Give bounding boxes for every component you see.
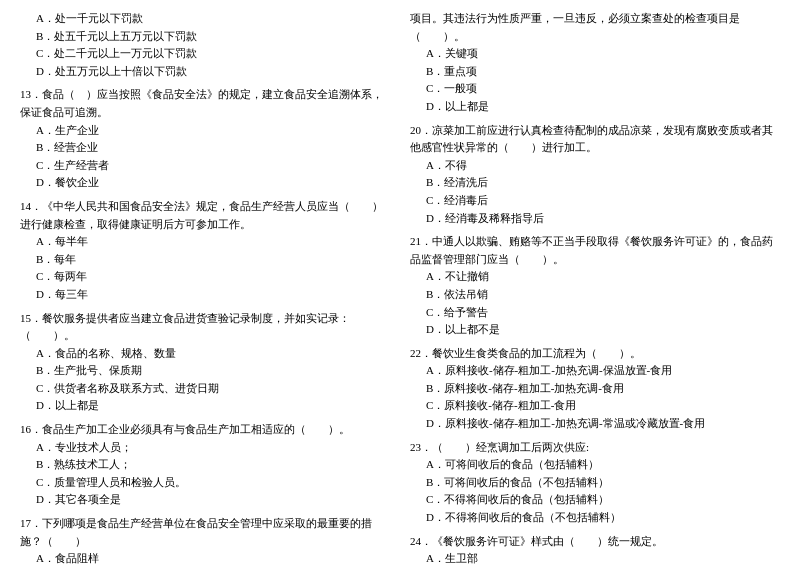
option: A．食品阻样 xyxy=(36,550,390,565)
question-text: 24．《餐饮服务许可证》样式由（ ）统一规定。 xyxy=(410,533,780,551)
question-block: 23．（ ）经烹调加工后两次供应:A．可将间收后的食品（包括辅料）B．可将间收后… xyxy=(410,439,780,527)
option: D．以上都不是 xyxy=(426,321,780,339)
option: D．原料接收-储存-粗加工-加热充调-常温或冷藏放置-食用 xyxy=(426,415,780,433)
option: A．专业技术人员； xyxy=(36,439,390,457)
option: C．一般项 xyxy=(426,80,780,98)
option: A．不得 xyxy=(426,157,780,175)
question-text: 14．《中华人民共和国食品安全法》规定，食品生产经营人员应当（ ）进行健康检查，… xyxy=(20,198,390,233)
option: A．不让撤销 xyxy=(426,268,780,286)
option: B．可将间收后的食品（不包括辅料） xyxy=(426,474,780,492)
option: C．经消毒后 xyxy=(426,192,780,210)
question-block: 20．凉菜加工前应进行认真检查待配制的成品凉菜，发现有腐败变质或者其他感官性状异… xyxy=(410,122,780,228)
right-column: 项目。其违法行为性质严重，一旦违反，必须立案查处的检查项目是（ ）。A．关键项B… xyxy=(410,10,780,565)
question-block: 24．《餐饮服务许可证》样式由（ ）统一规定。A．生卫部B．国家食品药品监督管理… xyxy=(410,533,780,565)
option: C．生产经营者 xyxy=(36,157,390,175)
option: A．生卫部 xyxy=(426,550,780,565)
question-text: 21．中通人以欺骗、贿赂等不正当手段取得《餐饮服务许可证》的，食品药品监督管理部… xyxy=(410,233,780,268)
option: A．每半年 xyxy=(36,233,390,251)
option: D．经消毒及稀释指导后 xyxy=(426,210,780,228)
option: C．质量管理人员和检验人员。 xyxy=(36,474,390,492)
question-block: 15．餐饮服务提供者应当建立食品进货查验记录制度，并如实记录：（ ）。A．食品的… xyxy=(20,310,390,416)
question-block: 22．餐饮业生食类食品的加工流程为（ ）。A．原料接收-储存-粗加工-加热充调-… xyxy=(410,345,780,433)
question-text: 20．凉菜加工前应进行认真检查待配制的成品凉菜，发现有腐败变质或者其他感官性状异… xyxy=(410,122,780,157)
option: B．原料接收-储存-粗加工-加热充调-食用 xyxy=(426,380,780,398)
question-text: 15．餐饮服务提供者应当建立食品进货查验记录制度，并如实记录：（ ）。 xyxy=(20,310,390,345)
option: D．餐饮企业 xyxy=(36,174,390,192)
question-text: 22．餐饮业生食类食品的加工流程为（ ）。 xyxy=(410,345,780,363)
option: D．不得将间收后的食品（不包括辅料） xyxy=(426,509,780,527)
option: D．以上都是 xyxy=(426,98,780,116)
question-block: 14．《中华人民共和国食品安全法》规定，食品生产经营人员应当（ ）进行健康检查，… xyxy=(20,198,390,304)
option: C．供货者名称及联系方式、进货日期 xyxy=(36,380,390,398)
option: C．不得将间收后的食品（包括辅料） xyxy=(426,491,780,509)
option: B．每年 xyxy=(36,251,390,269)
option: A．处一千元以下罚款 xyxy=(36,10,390,28)
question-text: 17．下列哪项是食品生产经营单位在食品安全管理中应采取的最重要的措施？（ ） xyxy=(20,515,390,550)
option: B．处五千元以上五万元以下罚款 xyxy=(36,28,390,46)
question-text: 23．（ ）经烹调加工后两次供应: xyxy=(410,439,780,457)
question-block: 项目。其违法行为性质严重，一旦违反，必须立案查处的检查项目是（ ）。A．关键项B… xyxy=(410,10,780,116)
question-text: 13．食品（ ）应当按照《食品安全法》的规定，建立食品安全追溯体系，保证食品可追… xyxy=(20,86,390,121)
option: C．处二千元以上一万元以下罚款 xyxy=(36,45,390,63)
page-content: A．处一千元以下罚款B．处五千元以上五万元以下罚款C．处二千元以上一万元以下罚款… xyxy=(20,10,780,565)
question-block: 16．食品生产加工企业必须具有与食品生产加工相适应的（ ）。A．专业技术人员；B… xyxy=(20,421,390,509)
option: B．熟练技术工人； xyxy=(36,456,390,474)
option: B．生产批号、保质期 xyxy=(36,362,390,380)
question-block: 17．下列哪项是食品生产经营单位在食品安全管理中应采取的最重要的措施？（ ）A．… xyxy=(20,515,390,565)
question-continuation: 项目。其违法行为性质严重，一旦违反，必须立案查处的检查项目是（ ）。 xyxy=(410,10,780,45)
option: C．给予警告 xyxy=(426,304,780,322)
option: C．原料接收-储存-粗加工-食用 xyxy=(426,397,780,415)
option: A．原料接收-储存-粗加工-加热充调-保温放置-食用 xyxy=(426,362,780,380)
option: A．食品的名称、规格、数量 xyxy=(36,345,390,363)
option: D．其它各项全是 xyxy=(36,491,390,509)
option: A．可将间收后的食品（包括辅料） xyxy=(426,456,780,474)
question-block: A．处一千元以下罚款B．处五千元以上五万元以下罚款C．处二千元以上一万元以下罚款… xyxy=(20,10,390,80)
question-block: 21．中通人以欺骗、贿赂等不正当手段取得《餐饮服务许可证》的，食品药品监督管理部… xyxy=(410,233,780,339)
option: A．关键项 xyxy=(426,45,780,63)
option: D．以上都是 xyxy=(36,397,390,415)
option: B．经清洗后 xyxy=(426,174,780,192)
left-column: A．处一千元以下罚款B．处五千元以上五万元以下罚款C．处二千元以上一万元以下罚款… xyxy=(20,10,390,565)
question-text: 16．食品生产加工企业必须具有与食品生产加工相适应的（ ）。 xyxy=(20,421,390,439)
option: B．经营企业 xyxy=(36,139,390,157)
option: A．生产企业 xyxy=(36,122,390,140)
question-block: 13．食品（ ）应当按照《食品安全法》的规定，建立食品安全追溯体系，保证食品可追… xyxy=(20,86,390,192)
option: B．重点项 xyxy=(426,63,780,81)
option: D．处五万元以上十倍以下罚款 xyxy=(36,63,390,81)
option: D．每三年 xyxy=(36,286,390,304)
option: B．依法吊销 xyxy=(426,286,780,304)
option: C．每两年 xyxy=(36,268,390,286)
